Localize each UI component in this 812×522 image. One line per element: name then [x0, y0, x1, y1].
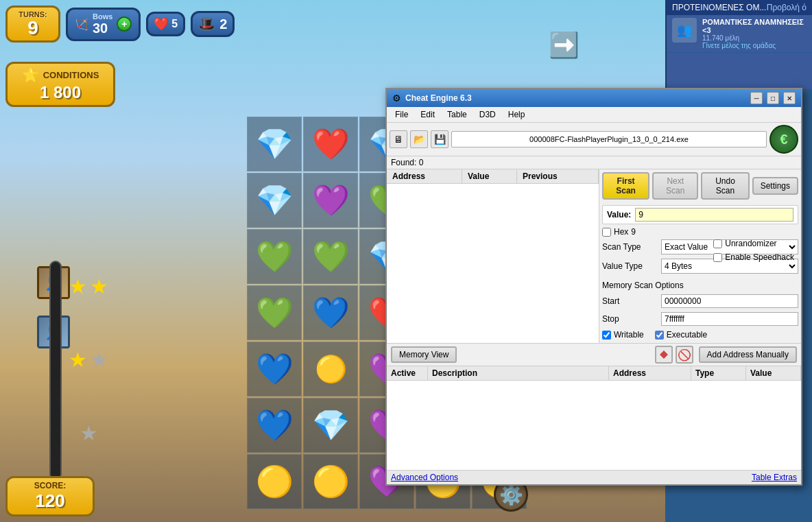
turns-value: 9 — [16, 19, 50, 38]
hud: TURNS: 9 🏹 Bows 30 + ❤️ 5 🎩 2 — [5, 5, 235, 43]
process-address-bar[interactable] — [451, 131, 767, 147]
star-2: ★ — [90, 274, 108, 298]
executable-checkbox[interactable] — [655, 331, 664, 340]
toolbar-btn-1[interactable]: 🖥 — [390, 130, 407, 148]
stop-label: Stop — [602, 314, 657, 324]
first-scan-button[interactable]: First Scan — [602, 172, 649, 200]
progress-bar — [49, 261, 62, 480]
ce-logo: € — [769, 125, 798, 154]
addr-col-desc: Description — [428, 366, 609, 380]
scan-buttons: First Scan Next Scan Undo Scan Settings — [602, 172, 798, 200]
start-input[interactable] — [661, 294, 798, 308]
bows-value: 30 — [93, 21, 112, 36]
bows-box: 🏹 Bows 30 + — [66, 8, 141, 41]
value-type-label: Value Type — [602, 261, 657, 271]
gem-cell: 💙 — [247, 342, 302, 396]
heart-icon: ❤️ — [154, 16, 169, 32]
social-group-name: ΡΟΜΑΝΤΙΚΕΣ ΑΝΑΜΝΗΣΕΙΣ <3 — [702, 18, 807, 34]
next-scan-button[interactable]: Next Scan — [652, 172, 698, 200]
cheat-engine-window: ⚙ Cheat Engine 6.3 ─ □ ✕ File Edit Table… — [385, 88, 802, 486]
settings-scan-button[interactable]: Settings — [752, 177, 798, 195]
ce-toolbar: 🖥 📂 💾 € — [387, 123, 801, 156]
next-arrow-button[interactable]: ➡️ — [549, 31, 580, 60]
social-join-cta[interactable]: Γίνετε μέλος της ομάδας — [702, 42, 807, 49]
ce-results-panel: Address Value Previous — [387, 169, 599, 343]
gem-cell: 💚 — [303, 229, 358, 284]
undo-scan-button[interactable]: Undo Scan — [701, 172, 749, 200]
ce-menubar: File Edit Table D3D Help — [387, 107, 801, 123]
advanced-options-link[interactable]: Advanced Options — [391, 473, 458, 482]
sidebar-stars: ★ ★ ★ ★ ★ — [69, 274, 108, 445]
start-label: Start — [602, 296, 657, 306]
close-button[interactable]: ✕ — [783, 92, 796, 104]
gem-cell: 💙 — [247, 398, 302, 453]
gem-cell: ❤️ — [303, 117, 358, 171]
conditions-star-icon: ⭐ — [22, 67, 39, 83]
col-previous: Previous — [517, 169, 599, 183]
value-label: Value: — [607, 210, 631, 220]
gem-cell: 💚 — [247, 229, 302, 284]
toolbar-btn-2[interactable]: 📂 — [410, 130, 428, 148]
unrandomizer-label: Unrandomizer — [725, 239, 776, 248]
value-input[interactable] — [635, 208, 793, 222]
hearts-value: 5 — [171, 18, 178, 30]
addr-col-value: Value — [746, 366, 801, 380]
scan-type-label: Scan Type — [602, 242, 657, 252]
ce-footer: Advanced Options Table Extras — [387, 470, 801, 484]
gem-cell: 💜 — [303, 173, 358, 228]
add-address-button[interactable]: Add Address Manually — [699, 346, 797, 363]
speedhack-row: Enable Speedhack — [713, 252, 794, 262]
memory-view-button[interactable]: Memory View — [391, 346, 457, 363]
minimize-button[interactable]: ─ — [750, 92, 763, 104]
ce-addr-header: Active Description Address Type Value — [387, 366, 801, 381]
menu-table[interactable]: Table — [442, 108, 473, 121]
score-label: SCORE: — [19, 481, 82, 490]
writable-checkbox[interactable] — [602, 331, 611, 340]
no-entry-button[interactable]: 🚫 — [676, 346, 693, 364]
social-group-item[interactable]: 👥 ΡΟΜΑΝΤΙΚΕΣ ΑΝΑΜΝΗΣΕΙΣ <3 11.740 μέλη Γ… — [667, 15, 812, 53]
star-3: ★ — [69, 348, 87, 372]
writable-label: Writable — [614, 330, 644, 340]
col-address: Address — [387, 169, 462, 183]
score-value: 120 — [19, 490, 82, 512]
writable-row: Writable — [602, 330, 644, 340]
maximize-button[interactable]: □ — [767, 92, 779, 104]
unrandomizer-checkbox[interactable] — [713, 239, 722, 248]
social-title: ΠΡΟΤΕΙΝΟΜΕΝΕΣ ΟΜ... — [672, 3, 766, 12]
bonus-icon: 🎩 — [198, 16, 215, 32]
gem-cell: 💙 — [303, 285, 358, 340]
ce-bottom-bar: Memory View 🚫 Add Address Manually — [387, 343, 801, 366]
menu-file[interactable]: File — [390, 108, 414, 121]
social-action-link[interactable]: Προβολή ό — [767, 3, 807, 12]
addr-col-active: Active — [387, 366, 428, 380]
star-5: ★ — [80, 421, 98, 445]
hearts-box: ❤️ 5 — [146, 12, 185, 36]
social-panel: ΠΡΟΤΕΙΝΟΜΕΝΕΣ ΟΜ... Προβολή ό 👥 ΡΟΜΑΝΤΙΚ… — [665, 0, 812, 89]
memory-scan-title: Memory Scan Options — [602, 281, 798, 290]
star-4: ★ — [90, 348, 108, 372]
bow-icon: 🏹 — [75, 18, 88, 31]
add-bows-button[interactable]: + — [117, 16, 132, 32]
menu-edit[interactable]: Edit — [415, 108, 440, 121]
table-extras-link[interactable]: Table Extras — [752, 473, 797, 482]
stop-input[interactable] — [661, 312, 798, 326]
social-members: 11.740 μέλη — [702, 34, 807, 42]
executable-row: Executable — [655, 330, 707, 340]
bonus-box: 🎩 2 — [191, 11, 235, 37]
menu-help[interactable]: Help — [503, 108, 531, 121]
hex-value: 9 — [631, 227, 636, 237]
stop-row: Stop — [602, 312, 798, 326]
ce-addr-body — [387, 381, 801, 470]
bonus-value: 2 — [219, 16, 227, 32]
menu-d3d[interactable]: D3D — [474, 108, 501, 121]
ce-results-body — [387, 184, 599, 343]
addr-col-address: Address — [609, 366, 691, 380]
stop-scan-button[interactable] — [655, 346, 673, 364]
ce-title-text: Cheat Engine 6.3 — [405, 93, 746, 103]
toolbar-btn-3[interactable]: 💾 — [431, 130, 449, 148]
hex-label: Hex — [614, 227, 628, 237]
hex-row: Hex 9 — [602, 227, 798, 237]
speedhack-checkbox[interactable] — [713, 253, 722, 262]
hex-checkbox[interactable] — [602, 228, 611, 237]
conditions-label: CONDITIONS — [43, 70, 99, 80]
